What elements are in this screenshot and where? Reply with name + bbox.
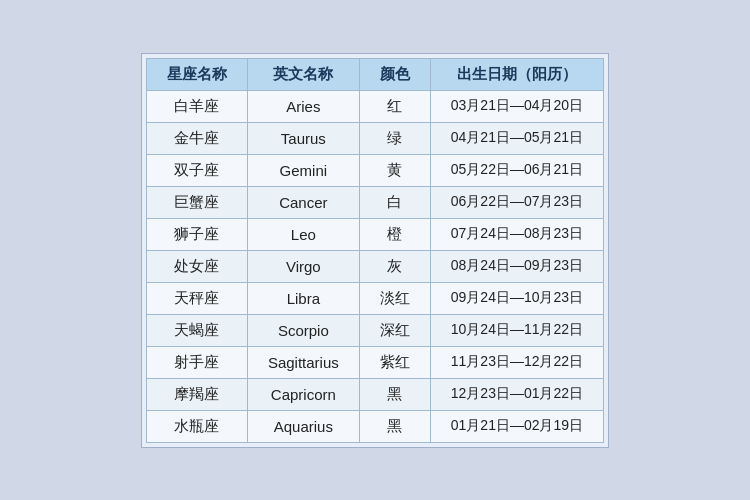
cell-chinese-name: 巨蟹座: [146, 186, 247, 218]
cell-chinese-name: 双子座: [146, 154, 247, 186]
cell-color: 黄: [359, 154, 430, 186]
cell-color: 橙: [359, 218, 430, 250]
cell-date: 05月22日—06月21日: [430, 154, 603, 186]
cell-color: 绿: [359, 122, 430, 154]
cell-english-name: Scorpio: [247, 314, 359, 346]
cell-chinese-name: 射手座: [146, 346, 247, 378]
cell-chinese-name: 白羊座: [146, 90, 247, 122]
cell-chinese-name: 狮子座: [146, 218, 247, 250]
cell-chinese-name: 金牛座: [146, 122, 247, 154]
cell-date: 09月24日—10月23日: [430, 282, 603, 314]
cell-date: 12月23日—01月22日: [430, 378, 603, 410]
table-row: 白羊座Aries红03月21日—04月20日: [146, 90, 603, 122]
zodiac-table: 星座名称 英文名称 颜色 出生日期（阳历） 白羊座Aries红03月21日—04…: [146, 58, 604, 443]
header-date: 出生日期（阳历）: [430, 58, 603, 90]
cell-english-name: Virgo: [247, 250, 359, 282]
cell-date: 03月21日—04月20日: [430, 90, 603, 122]
cell-color: 白: [359, 186, 430, 218]
zodiac-table-container: 星座名称 英文名称 颜色 出生日期（阳历） 白羊座Aries红03月21日—04…: [141, 53, 609, 448]
cell-chinese-name: 水瓶座: [146, 410, 247, 442]
table-header-row: 星座名称 英文名称 颜色 出生日期（阳历）: [146, 58, 603, 90]
cell-date: 11月23日—12月22日: [430, 346, 603, 378]
cell-english-name: Aries: [247, 90, 359, 122]
cell-chinese-name: 处女座: [146, 250, 247, 282]
table-row: 水瓶座Aquarius黑01月21日—02月19日: [146, 410, 603, 442]
cell-date: 08月24日—09月23日: [430, 250, 603, 282]
cell-date: 04月21日—05月21日: [430, 122, 603, 154]
cell-color: 红: [359, 90, 430, 122]
table-row: 射手座Sagittarius紫红11月23日—12月22日: [146, 346, 603, 378]
cell-english-name: Taurus: [247, 122, 359, 154]
cell-english-name: Gemini: [247, 154, 359, 186]
cell-english-name: Leo: [247, 218, 359, 250]
cell-color: 深红: [359, 314, 430, 346]
table-row: 处女座Virgo灰08月24日—09月23日: [146, 250, 603, 282]
cell-color: 淡红: [359, 282, 430, 314]
cell-chinese-name: 天秤座: [146, 282, 247, 314]
table-row: 摩羯座Capricorn黑12月23日—01月22日: [146, 378, 603, 410]
cell-date: 07月24日—08月23日: [430, 218, 603, 250]
cell-english-name: Sagittarius: [247, 346, 359, 378]
cell-english-name: Libra: [247, 282, 359, 314]
table-row: 天蝎座Scorpio深红10月24日—11月22日: [146, 314, 603, 346]
table-row: 天秤座Libra淡红09月24日—10月23日: [146, 282, 603, 314]
cell-date: 10月24日—11月22日: [430, 314, 603, 346]
cell-chinese-name: 天蝎座: [146, 314, 247, 346]
cell-english-name: Aquarius: [247, 410, 359, 442]
header-english-name: 英文名称: [247, 58, 359, 90]
cell-color: 紫红: [359, 346, 430, 378]
header-chinese-name: 星座名称: [146, 58, 247, 90]
cell-color: 黑: [359, 378, 430, 410]
table-row: 狮子座Leo橙07月24日—08月23日: [146, 218, 603, 250]
cell-english-name: Cancer: [247, 186, 359, 218]
cell-color: 灰: [359, 250, 430, 282]
cell-date: 01月21日—02月19日: [430, 410, 603, 442]
header-color: 颜色: [359, 58, 430, 90]
table-row: 巨蟹座Cancer白06月22日—07月23日: [146, 186, 603, 218]
table-row: 双子座Gemini黄05月22日—06月21日: [146, 154, 603, 186]
cell-english-name: Capricorn: [247, 378, 359, 410]
cell-color: 黑: [359, 410, 430, 442]
cell-date: 06月22日—07月23日: [430, 186, 603, 218]
table-row: 金牛座Taurus绿04月21日—05月21日: [146, 122, 603, 154]
cell-chinese-name: 摩羯座: [146, 378, 247, 410]
